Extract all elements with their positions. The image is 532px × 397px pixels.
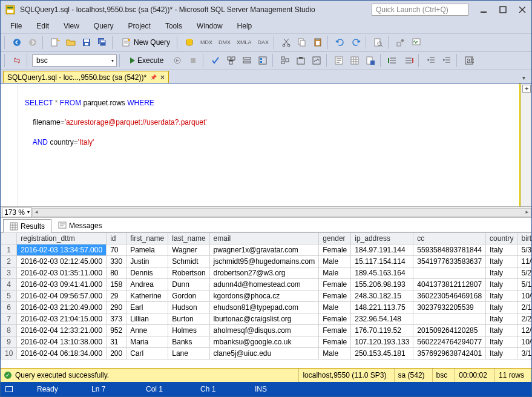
grid-cell[interactable]: 250.153.45.181 — [351, 348, 413, 359]
specify-values-button[interactable]: ab — [462, 54, 476, 67]
new-item-button[interactable] — [48, 36, 62, 49]
grid-cell[interactable]: 155.206.98.193 — [351, 279, 413, 290]
intellisense-button[interactable] — [255, 54, 270, 67]
col-header[interactable]: cc — [413, 233, 486, 244]
col-header[interactable]: registration_dttm — [17, 233, 107, 244]
outdent-button[interactable] — [439, 54, 454, 67]
grid-cell[interactable]: mbanksu@google.co.uk — [209, 336, 319, 348]
grid-cell[interactable]: Male — [319, 267, 351, 279]
paste-button[interactable] — [310, 36, 325, 49]
display-plan-button[interactable] — [224, 54, 238, 67]
query-options-button[interactable] — [240, 54, 254, 67]
grid-cell[interactable]: Male — [319, 302, 351, 313]
grid-cell[interactable]: 10/1 — [517, 290, 531, 302]
grid-cell[interactable]: 189.45.163.164 — [351, 267, 413, 279]
grid-cell[interactable]: 11/1 — [517, 256, 531, 267]
properties-button[interactable] — [393, 36, 408, 49]
copy-button[interactable] — [295, 36, 309, 49]
editor-split-button[interactable]: ✦ — [521, 84, 531, 206]
menu-project[interactable]: Project — [122, 20, 157, 32]
grid-cell[interactable]: 2016-02-04 06:18:34.000 — [17, 348, 107, 359]
grid-cell[interactable]: ehudson81@typepad.com — [209, 302, 319, 313]
grid-cell[interactable]: Dunn — [168, 279, 209, 290]
mdx-query-button[interactable]: MDX — [198, 36, 215, 49]
results-to-text-button[interactable] — [332, 54, 346, 67]
table-row[interactable]: 72016-02-03 21:04:15.000373LillianBurton… — [1, 313, 532, 325]
grid-cell[interactable]: 29 — [107, 290, 126, 302]
grid-cell[interactable]: 952 — [107, 325, 126, 336]
table-row[interactable]: 12016-02-03 13:34:57.00070PamelaWagnerpw… — [1, 244, 532, 256]
tab-overflow-button[interactable]: ▾ — [519, 73, 529, 83]
grid-cell[interactable]: Anne — [126, 325, 168, 336]
grid-cell[interactable]: 2016-02-03 01:35:11.000 — [17, 267, 107, 279]
results-to-file-button[interactable] — [363, 54, 378, 67]
messages-tab[interactable]: Messages — [51, 218, 109, 232]
row-header[interactable]: 1 — [1, 244, 17, 256]
menu-file[interactable]: File — [4, 20, 28, 32]
grid-cell[interactable]: Italy — [486, 336, 517, 348]
grid-cell[interactable]: Italy — [486, 244, 517, 256]
col-header[interactable]: email — [209, 233, 319, 244]
col-header[interactable]: country — [486, 233, 517, 244]
grid-cell[interactable]: Wagner — [168, 244, 209, 256]
table-row[interactable]: 42016-02-03 09:41:41.000158AndreaDunnadu… — [1, 279, 532, 290]
row-header[interactable]: 9 — [1, 336, 17, 348]
grid-cell[interactable]: 2016-02-03 02:12:45.000 — [17, 256, 107, 267]
grid-cell[interactable]: Italy — [486, 290, 517, 302]
row-header[interactable]: 7 — [1, 313, 17, 325]
cut-button[interactable] — [279, 36, 294, 49]
grid-cell[interactable]: Italy — [486, 302, 517, 313]
grid-cell[interactable]: 30237932205539 — [413, 302, 486, 313]
row-header[interactable]: 6 — [1, 302, 17, 313]
grid-cell[interactable]: 3602230546469168 — [413, 290, 486, 302]
grid-cell[interactable]: Dennis — [126, 267, 168, 279]
menu-view[interactable]: View — [57, 20, 85, 32]
table-row[interactable]: 62016-02-03 21:20:49.000290EarlHudsonehu… — [1, 302, 532, 313]
grid-cell[interactable]: 3576929638742401 — [413, 348, 486, 359]
dmx-query-button[interactable]: DMX — [216, 36, 233, 49]
grid-cell[interactable]: 2016-02-03 13:34:57.000 — [17, 244, 107, 256]
row-header[interactable]: 8 — [1, 325, 17, 336]
grid-cell[interactable]: Male — [319, 256, 351, 267]
grid-cell[interactable]: Italy — [486, 267, 517, 279]
results-grid-wrap[interactable]: registration_dttmidfirst_namelast_nameem… — [1, 232, 531, 368]
find-button[interactable] — [371, 36, 386, 49]
row-header[interactable]: 3 — [1, 267, 17, 279]
grid-cell[interactable]: Female — [319, 325, 351, 336]
grid-cell[interactable]: 2016-02-04 12:33:21.000 — [17, 325, 107, 336]
grid-cell[interactable]: 5602224764294077 — [413, 336, 486, 348]
grid-cell[interactable]: Italy — [486, 325, 517, 336]
include-plan-button[interactable] — [278, 54, 292, 67]
grid-cell[interactable]: Hudson — [168, 302, 209, 313]
grid-cell[interactable]: 5/3/ — [517, 244, 531, 256]
back-button[interactable] — [10, 36, 24, 49]
grid-cell[interactable]: Pamela — [126, 244, 168, 256]
results-tab[interactable]: Results — [3, 219, 51, 232]
grid-cell[interactable]: Italy — [486, 256, 517, 267]
grid-cell[interactable]: Lane — [168, 348, 209, 359]
table-row[interactable]: 92016-02-04 13:10:38.00031MariaBanksmban… — [1, 336, 532, 348]
grid-cell[interactable]: Carl — [126, 348, 168, 359]
grid-cell[interactable]: Italy — [486, 279, 517, 290]
grid-cell[interactable]: 12/5 — [517, 325, 531, 336]
grid-cell[interactable] — [413, 313, 486, 325]
activity-monitor-button[interactable] — [409, 36, 424, 49]
grid-cell[interactable]: 10/2 — [517, 336, 531, 348]
save-button[interactable] — [79, 36, 94, 49]
grid-cell[interactable]: Holmes — [168, 325, 209, 336]
results-to-grid-button[interactable] — [347, 54, 362, 67]
grid-cell[interactable]: 373 — [107, 313, 126, 325]
grid-cell[interactable]: 2016-02-03 21:04:15.000 — [17, 313, 107, 325]
grid-cell[interactable]: 158 — [107, 279, 126, 290]
grid-cell[interactable]: Burton — [168, 313, 209, 325]
grid-cell[interactable]: Banks — [168, 336, 209, 348]
grid-cell[interactable]: 3/17 — [517, 348, 531, 359]
col-header[interactable]: id — [107, 233, 126, 244]
grid-cell[interactable]: Female — [319, 313, 351, 325]
grid-cell[interactable]: 4041373812112807 — [413, 279, 486, 290]
grid-cell[interactable]: Andrea — [126, 279, 168, 290]
grid-cell[interactable]: 201509264120285 — [413, 325, 486, 336]
grid-cell[interactable]: 2/14 — [517, 302, 531, 313]
grid-cell[interactable]: 2016-02-04 13:10:38.000 — [17, 336, 107, 348]
row-header[interactable]: 2 — [1, 256, 17, 267]
